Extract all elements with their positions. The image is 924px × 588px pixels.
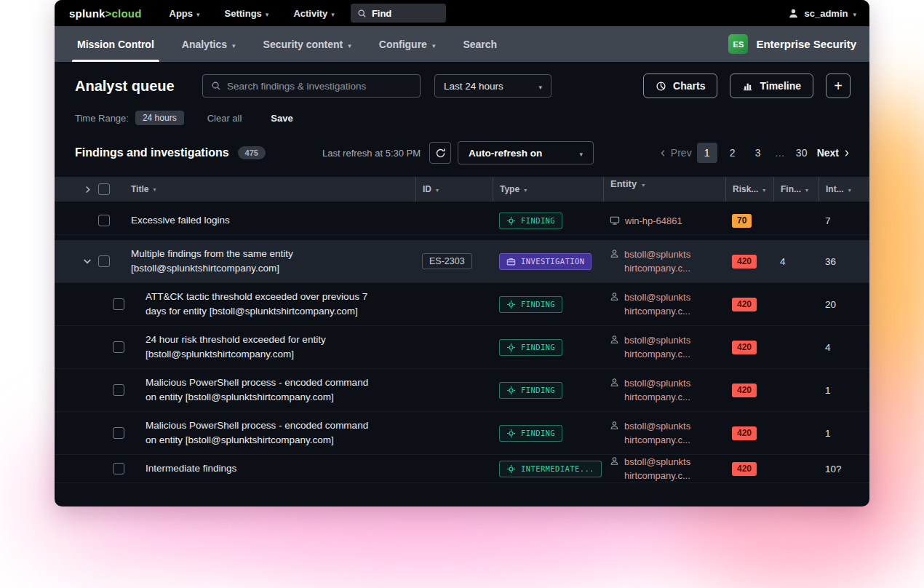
header-type[interactable]: Type [493, 177, 603, 202]
settings-menu[interactable]: Settings [225, 8, 269, 19]
findings-count-badge: 475 [238, 146, 266, 159]
row-intermediate-count: 10? [819, 464, 869, 474]
row-entity[interactable]: win-hp-64861 [625, 214, 682, 228]
findings-search-input[interactable]: Search findings & investigations [202, 74, 421, 98]
time-range-chip[interactable]: 24 hours [135, 111, 184, 125]
tab-search[interactable]: Search [449, 26, 511, 62]
expand-all-icon[interactable] [83, 185, 92, 194]
row-checkbox-col [113, 384, 139, 396]
tab-configure[interactable]: Configure [365, 26, 450, 62]
time-range-value: Last 24 hours [444, 81, 503, 92]
row-id-chip: ES-2303 [422, 253, 472, 269]
findings-table-body: Excessive failed logins FINDING win-hp-6… [55, 207, 869, 483]
row-intermediate-count: 7 [819, 215, 869, 226]
table-row[interactable]: Malicious PowerShell process - encoded c… [55, 412, 869, 455]
type-label: FINDING [521, 216, 555, 225]
row-entity[interactable]: bstoll@splunktshirtcompany.c... [624, 455, 690, 482]
row-entity[interactable]: bstoll@splunktshirtcompany.c... [624, 376, 690, 404]
activity-menu[interactable]: Activity [293, 8, 335, 19]
main-content: Analyst queue Search findings & investig… [55, 62, 869, 506]
row-title[interactable]: ATT&CK tactic threshold exceeded over pr… [139, 283, 415, 325]
auto-refresh-select[interactable]: Auto-refresh on [458, 141, 594, 164]
header-findings[interactable]: Fin... [773, 177, 819, 202]
page-button-30[interactable]: 30 [792, 143, 812, 163]
tab-analytics[interactable]: Analytics [168, 26, 250, 62]
app-window: splunk>cloud Apps Settings Activity Find… [55, 0, 869, 506]
charts-button[interactable]: Charts [643, 74, 717, 98]
header-title[interactable]: Title [124, 177, 415, 202]
row-checkbox[interactable] [98, 215, 110, 226]
prev-page-button[interactable]: Prev [659, 147, 692, 159]
splunk-topbar: splunk>cloud Apps Settings Activity Find… [55, 0, 869, 26]
table-row[interactable]: Intermediate findings INTERMEDIATE... bs… [55, 455, 869, 483]
row-title[interactable]: Malicious PowerShell process - encoded c… [139, 369, 415, 411]
row-risk-col: 420 [725, 297, 773, 311]
user-menu[interactable]: sc_admin [788, 8, 856, 19]
risk-score-badge: 70 [732, 214, 752, 228]
row-entity[interactable]: bstoll@splunktshirtcompany.c... [624, 333, 690, 361]
refresh-button[interactable] [429, 142, 451, 164]
row-checkbox[interactable] [113, 298, 124, 310]
row-type-col: FINDING [493, 296, 603, 313]
row-title[interactable]: Intermediate findings [139, 455, 415, 482]
tab-mission-control[interactable]: Mission Control [63, 26, 168, 62]
select-all-checkbox[interactable] [98, 183, 110, 195]
logo-gt-text: > [105, 7, 112, 20]
row-title[interactable]: Malicious PowerShell process - encoded c… [139, 412, 415, 454]
table-row[interactable]: Excessive failed logins FINDING win-hp-6… [55, 207, 869, 235]
header-entity[interactable]: Entity [603, 177, 725, 202]
search-icon [357, 9, 367, 18]
row-checkbox[interactable] [113, 427, 124, 439]
tab-security-content[interactable]: Security content [250, 26, 365, 62]
row-type-badge: INVESTIGATION [499, 253, 592, 270]
row-type-badge: INTERMEDIATE... [499, 461, 602, 477]
splunk-cloud-logo: splunk>cloud [69, 7, 142, 20]
add-button[interactable]: + [826, 74, 851, 98]
row-title[interactable]: 24 hour risk threshold exceeded for enti… [139, 326, 415, 368]
page-button-1[interactable]: 1 [697, 143, 717, 163]
row-expand-col [76, 342, 113, 352]
sort-caret-icon [642, 177, 645, 192]
table-row[interactable]: 24 hour risk threshold exceeded for enti… [55, 326, 869, 369]
topbar-right: sc_admin [788, 8, 856, 19]
apps-menu[interactable]: Apps [170, 8, 200, 19]
type-label: FINDING [521, 429, 555, 437]
page-button-2[interactable]: 2 [722, 143, 743, 163]
row-intermediate-count: 4 [819, 342, 869, 353]
row-checkbox[interactable] [113, 384, 124, 396]
save-button[interactable]: Save [271, 113, 292, 124]
sort-caret-icon [805, 184, 808, 194]
row-type-col: INTERMEDIATE... [493, 461, 603, 477]
entity-icon [610, 456, 619, 466]
timeline-button[interactable]: Timeline [730, 74, 813, 98]
header-risk[interactable]: Risk... [725, 177, 773, 202]
time-range-select[interactable]: Last 24 hours [434, 74, 551, 98]
type-icon [506, 257, 516, 266]
row-entity[interactable]: bstoll@splunktshirtcompany.c... [624, 419, 690, 447]
header-risk-label: Risk... [733, 184, 758, 194]
row-checkbox[interactable] [113, 463, 124, 474]
table-row[interactable]: ATT&CK tactic threshold exceeded over pr… [55, 283, 869, 326]
page-button-3[interactable]: 3 [748, 143, 768, 163]
row-entity[interactable]: bstoll@splunktshirtcompany.c... [624, 290, 690, 318]
find-search-input[interactable]: Find [351, 4, 446, 23]
chevron-down-icon [432, 39, 436, 50]
header-id[interactable]: ID [415, 177, 493, 202]
table-row[interactable]: Multiple findings from the same entity[b… [55, 240, 869, 283]
app-nav: Mission Control Analytics Security conte… [55, 26, 869, 62]
row-title[interactable]: Excessive failed logins [124, 207, 415, 234]
row-checkbox[interactable] [113, 341, 124, 353]
row-title[interactable]: Multiple findings from the same entity[b… [124, 240, 415, 282]
type-icon [506, 216, 516, 226]
clear-all-button[interactable]: Clear all [207, 113, 242, 124]
header-intermediate[interactable]: Int... [819, 177, 869, 202]
next-page-button[interactable]: Next [817, 147, 851, 159]
table-row[interactable]: Malicious PowerShell process - encoded c… [55, 369, 869, 412]
row-expander-icon[interactable] [82, 256, 92, 266]
row-risk-col: 420 [725, 383, 773, 397]
row-entity[interactable]: bstoll@splunktshirtcompany.c... [624, 247, 690, 275]
row-checkbox[interactable] [98, 255, 110, 267]
chevron-down-icon [266, 8, 269, 19]
row-expand-col [76, 428, 113, 438]
row-expand-col [76, 256, 98, 266]
